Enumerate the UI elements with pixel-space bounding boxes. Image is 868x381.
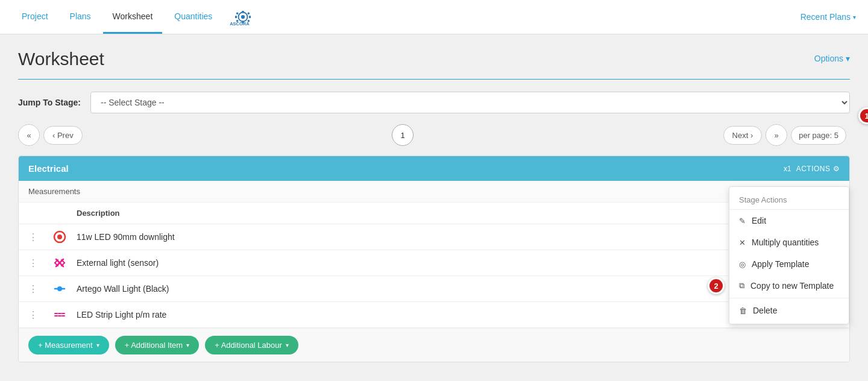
stage-actions-dropdown: Stage Actions ✎ Edit ✕ Multiply quantiti… xyxy=(729,186,849,324)
actions-area: x1 ACTIONS ⚙ xyxy=(784,165,840,173)
page-content: Worksheet Options ▾ Jump To Stage: -- Se… xyxy=(0,34,868,381)
multiply-icon: ✕ xyxy=(739,238,746,247)
per-page-label: per page: 5 xyxy=(791,126,846,145)
svg-rect-6 xyxy=(236,12,239,14)
table-row: ⋮ LED Strip Light p/m rate 7.68 m ℹ xyxy=(19,302,849,328)
svg-text:ASCORA: ASCORA xyxy=(230,21,250,27)
x1-label: x1 xyxy=(784,165,791,173)
prev-page-button[interactable]: ‹ Prev xyxy=(43,126,83,145)
dropdown-header: Stage Actions xyxy=(729,189,849,210)
svg-point-20 xyxy=(57,286,62,291)
recent-plans-button[interactable]: Recent Plans ▾ xyxy=(800,12,856,22)
svg-rect-2 xyxy=(242,11,244,13)
svg-rect-5 xyxy=(249,16,251,18)
stage-header: Electrical x1 ACTIONS ⚙ Stage Actions ✎ … xyxy=(19,156,849,181)
chevron-down-icon: ▾ xyxy=(286,342,289,348)
chevron-down-icon: ▾ xyxy=(846,54,850,63)
page-title: Worksheet xyxy=(18,49,104,69)
drag-handle-icon[interactable]: ⋮ xyxy=(28,231,43,243)
svg-rect-4 xyxy=(235,16,237,18)
header-divider xyxy=(18,79,850,80)
pagination: « ‹ Prev 1 Next › » per page: 5 1 xyxy=(18,124,850,146)
page-center: 1 xyxy=(86,124,720,146)
right-navigation: Recent Plans ▾ xyxy=(800,12,856,22)
template-icon: ◎ xyxy=(739,260,746,269)
jump-to-stage-label: Jump To Stage: xyxy=(18,98,81,107)
row-type-icon xyxy=(48,282,72,295)
nav-link-worksheet[interactable]: Worksheet xyxy=(103,1,163,34)
svg-point-1 xyxy=(241,15,245,19)
nav-link-project[interactable]: Project xyxy=(12,1,58,34)
description-col-header: Description xyxy=(77,209,835,218)
stage-table: Electrical x1 ACTIONS ⚙ Stage Actions ✎ … xyxy=(18,156,850,362)
edit-icon: ✎ xyxy=(739,216,746,225)
chevron-down-icon: ▾ xyxy=(96,342,99,348)
nav-link-plans[interactable]: Plans xyxy=(60,1,101,34)
chevron-down-icon: ▾ xyxy=(853,14,856,20)
page-number-button[interactable]: 1 xyxy=(392,124,414,146)
options-button[interactable]: Options ▾ xyxy=(814,54,850,63)
logo: ASCORA xyxy=(228,5,258,29)
dropdown-item-edit[interactable]: ✎ Edit xyxy=(729,210,849,231)
next-page-button[interactable]: Next › xyxy=(723,126,763,145)
trash-icon: 🗑 xyxy=(739,306,747,315)
bottom-bar: + Measurement ▾ + Additional Item ▾ + Ad… xyxy=(19,328,849,362)
add-additional-labour-button[interactable]: + Additional Labour ▾ xyxy=(205,336,298,354)
measurements-section-header: Measurements xyxy=(19,181,849,203)
stage-select[interactable]: -- Select Stage -- xyxy=(90,92,850,113)
drag-handle-icon[interactable]: ⋮ xyxy=(28,283,43,295)
dropdown-item-apply-template[interactable]: ◎ Apply Template xyxy=(729,253,849,275)
row-description: 11w LED 90mm downlight xyxy=(77,232,835,242)
drag-handle-icon[interactable]: ⋮ xyxy=(28,309,43,321)
svg-point-12 xyxy=(57,235,62,239)
top-navigation: Project Plans Worksheet Quantities ASCOR… xyxy=(0,0,868,34)
dropdown-item-copy-template[interactable]: ⧉ Copy to new Template xyxy=(729,275,849,297)
jump-to-stage-container: Jump To Stage: -- Select Stage -- xyxy=(18,92,850,113)
gear-icon: ⚙ xyxy=(833,165,840,173)
svg-rect-7 xyxy=(247,12,250,14)
add-measurement-button[interactable]: + Measurement ▾ xyxy=(28,336,109,354)
row-type-icon xyxy=(48,230,72,244)
dropdown-divider xyxy=(729,298,849,298)
nav-link-quantities[interactable]: Quantities xyxy=(165,1,222,34)
dropdown-item-multiply[interactable]: ✕ Multiply quantities xyxy=(729,231,849,253)
actions-button[interactable]: ACTIONS ⚙ xyxy=(796,165,840,173)
row-type-icon xyxy=(48,256,72,269)
nav-links: Project Plans Worksheet Quantities xyxy=(12,1,222,34)
row-type-icon xyxy=(48,308,72,321)
drag-handle-icon[interactable]: ⋮ xyxy=(28,257,43,269)
stage-name: Electrical xyxy=(28,163,69,174)
copy-icon: ⧉ xyxy=(739,281,744,291)
first-page-button[interactable]: « xyxy=(18,124,40,146)
chevron-down-icon: ▾ xyxy=(186,342,189,348)
table-row: ⋮ Artego Wall Light (Black) xyxy=(19,276,849,302)
row-description: LED Strip Light p/m rate xyxy=(77,310,795,320)
dropdown-item-delete[interactable]: 🗑 Delete xyxy=(729,300,849,321)
row-description: Artego Wall Light (Black) xyxy=(77,284,835,294)
table-row: ⋮ External light (sensor) xyxy=(19,250,849,276)
column-header: Description xyxy=(19,203,849,224)
annotation-1: 1 xyxy=(858,107,868,124)
row-description: External light (sensor) xyxy=(77,258,835,268)
last-page-button[interactable]: » xyxy=(766,124,787,146)
table-row: ⋮ 11w LED 90mm downlight xyxy=(19,224,849,250)
page-header: Worksheet Options ▾ xyxy=(18,49,850,69)
add-additional-item-button[interactable]: + Additional Item ▾ xyxy=(115,336,199,354)
